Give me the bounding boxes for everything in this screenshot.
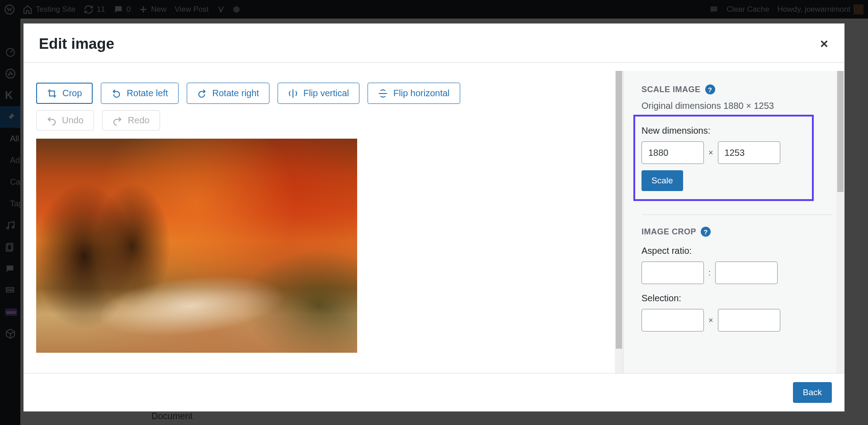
flip-horizontal-button[interactable]: Flip horizontal xyxy=(368,83,460,104)
close-icon xyxy=(819,39,829,49)
aspect-x-input[interactable] xyxy=(642,262,704,284)
rotate-left-icon xyxy=(111,89,121,98)
divider xyxy=(642,215,832,215)
scale-height-input[interactable] xyxy=(718,141,780,164)
selection-label: Selection: xyxy=(642,293,832,304)
new-dimensions-label: New dimensions: xyxy=(642,126,806,136)
crop-icon xyxy=(47,89,57,98)
scale-button[interactable]: Scale xyxy=(642,170,683,191)
rotate-right-button[interactable]: Rotate right xyxy=(187,83,269,104)
help-icon[interactable]: ? xyxy=(701,227,711,237)
modal-title: Edit image xyxy=(39,35,114,52)
help-icon[interactable]: ? xyxy=(705,84,715,94)
crop-button[interactable]: Crop xyxy=(36,83,93,104)
selection-x-input[interactable] xyxy=(642,309,704,332)
image-crop-heading: IMAGE CROP ? xyxy=(642,227,832,237)
edit-image-modal: Edit image Crop Rotate left Rotate right xyxy=(24,23,844,411)
undo-button: Undo xyxy=(36,110,94,131)
scale-highlight: New dimensions: × Scale xyxy=(633,115,814,201)
aspect-y-input[interactable] xyxy=(715,262,778,284)
image-toolbar: Crop Rotate left Rotate right Flip verti… xyxy=(36,83,610,104)
flip-vertical-icon xyxy=(288,89,298,98)
flip-vertical-button[interactable]: Flip vertical xyxy=(278,83,359,104)
original-dimensions: Original dimensions 1880 × 1253 xyxy=(642,101,832,111)
editor-pane: Crop Rotate left Rotate right Flip verti… xyxy=(24,71,623,373)
editor-scrollbar[interactable] xyxy=(615,71,623,373)
rotate-left-button[interactable]: Rotate left xyxy=(101,83,178,104)
colon-sign: : xyxy=(708,268,711,278)
redo-icon xyxy=(113,116,123,126)
aspect-ratio-label: Aspect ratio: xyxy=(642,246,832,256)
settings-pane: SCALE IMAGE ? Original dimensions 1880 ×… xyxy=(623,71,844,373)
multiply-sign: × xyxy=(708,316,713,325)
rotate-right-icon xyxy=(197,89,207,98)
flip-horizontal-icon xyxy=(378,89,388,98)
settings-scrollbar[interactable] xyxy=(836,71,844,373)
scale-width-input[interactable] xyxy=(642,141,704,164)
modal-footer: Back xyxy=(24,373,844,411)
multiply-sign: × xyxy=(708,148,713,158)
redo-button: Redo xyxy=(102,110,160,131)
image-preview[interactable] xyxy=(36,139,357,353)
undo-icon xyxy=(47,116,57,126)
scale-image-heading: SCALE IMAGE ? xyxy=(642,84,832,94)
selection-y-input[interactable] xyxy=(718,309,780,332)
back-button[interactable]: Back xyxy=(793,382,832,403)
close-button[interactable] xyxy=(819,39,829,49)
